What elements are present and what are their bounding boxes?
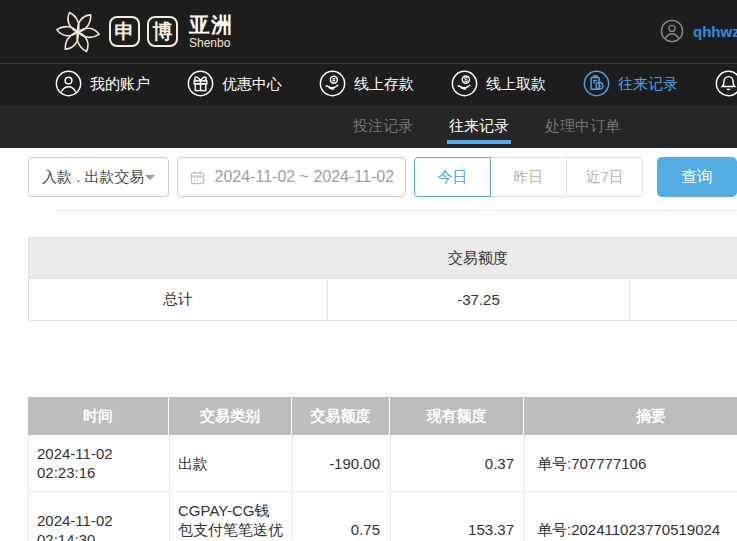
col-header-balance: 现有额度 <box>389 397 523 435</box>
transaction-type-value: 入款 . 出款交易 <box>42 168 145 187</box>
top-header: 申 博 亚洲 Shenbo qhhwz <box>0 0 737 63</box>
nav-label: 我的账户 <box>90 75 150 94</box>
gift-icon <box>187 70 214 100</box>
cell-balance: 153.37 <box>390 492 524 541</box>
logo-subtitle: Shenbo <box>189 37 233 49</box>
deposit-coin-icon <box>319 70 346 100</box>
summary-total-label: 总计 <box>29 279 327 320</box>
nav-label: 优惠中心 <box>222 75 282 94</box>
transfer-records-icon <box>583 70 610 100</box>
nav-item-deposit[interactable]: 线上存款 <box>319 70 414 100</box>
sub-nav: 投注记录 往来记录 处理中订单 <box>0 105 737 148</box>
svg-text:$: $ <box>464 74 468 83</box>
username-link[interactable]: qhhwz <box>693 23 737 40</box>
logo-text: 亚洲 Shenbo <box>189 14 233 49</box>
nav-label: 线上存款 <box>354 75 414 94</box>
today-button[interactable]: 今日 <box>414 157 491 197</box>
nav-label: 往来记录 <box>618 75 678 94</box>
main-nav: 我的账户 优惠中心 线上存款 <box>0 63 737 105</box>
transactions-table-header: 时间 交易类别 交易额度 现有额度 摘要 <box>28 397 737 435</box>
cell-amount: -190.00 <box>292 435 390 491</box>
summary-empty-cell <box>629 279 737 320</box>
nav-label: 线上取款 <box>486 75 546 94</box>
cell-summary: 单号:202411023770519024 <box>524 492 737 541</box>
search-button[interactable]: 查询 <box>657 157 737 197</box>
brand-logo[interactable]: 申 博 亚洲 Shenbo <box>54 8 233 56</box>
table-row: 2024-11-02 02:14:30 CGPAY-CG钱包支付笔笔送优惠 0.… <box>28 492 737 541</box>
nav-item-promotions[interactable]: 优惠中心 <box>187 70 282 100</box>
summary-total-value: -37.25 <box>327 279 629 320</box>
date-range-input[interactable]: 2024-11-02 ~ 2024-11-02 <box>177 157 407 197</box>
chevron-down-icon <box>145 175 155 185</box>
logo-char-shen: 申 <box>109 16 140 47</box>
cell-time: 2024-11-02 02:14:30 <box>29 492 169 541</box>
cell-type: CGPAY-CG钱包支付笔笔送优惠 <box>169 492 292 541</box>
nav-item-withdraw[interactable]: $ 线上取款 <box>451 70 546 100</box>
date-range-value: 2024-11-02 ~ 2024-11-02 <box>215 168 395 186</box>
cell-amount: 0.75 <box>292 492 390 541</box>
summary-table-header: 交易额度 <box>29 238 737 278</box>
tab-bet-records[interactable]: 投注记录 <box>351 105 415 148</box>
logo-region: 亚洲 <box>189 14 233 35</box>
last7days-button[interactable]: 近7日 <box>566 157 643 197</box>
nav-item-my-account[interactable]: 我的账户 <box>55 70 150 100</box>
col-header-time: 时间 <box>28 397 168 435</box>
cell-type: 出款 <box>169 435 292 491</box>
withdraw-coin-icon: $ <box>451 70 478 100</box>
cell-balance: 0.37 <box>390 435 524 491</box>
user-icon <box>55 70 82 100</box>
tab-pending-orders[interactable]: 处理中订单 <box>543 105 622 148</box>
transactions-table: 时间 交易类别 交易额度 现有额度 摘要 2024-11-02 02:23:16… <box>28 397 737 541</box>
flower-logo-icon <box>54 8 102 56</box>
summary-amount-header: 交易额度 <box>327 238 629 278</box>
transaction-type-select[interactable]: 入款 . 出款交易 <box>28 157 169 197</box>
nav-item-messages[interactable]: 信息 <box>715 70 737 100</box>
col-header-amount: 交易额度 <box>291 397 389 435</box>
col-header-summary: 摘要 <box>523 397 737 435</box>
section-divider <box>56 210 737 211</box>
cell-time: 2024-11-02 02:23:16 <box>29 435 169 491</box>
summary-header-spacer <box>29 238 327 278</box>
calendar-icon <box>189 169 206 186</box>
table-row: 2024-11-02 02:23:16 出款 -190.00 0.37 单号:7… <box>28 435 737 492</box>
summary-header-spacer <box>629 238 737 278</box>
nav-item-transfer-records[interactable]: 往来记录 <box>583 70 678 100</box>
user-area: qhhwz <box>660 19 737 43</box>
summary-table: 交易额度 总计 -37.25 <box>28 237 737 321</box>
summary-total-row: 总计 -37.25 <box>29 278 737 320</box>
logo-char-bo: 博 <box>147 16 178 47</box>
yesterday-button[interactable]: 昨日 <box>490 157 567 197</box>
tab-transfer-records[interactable]: 往来记录 <box>447 105 511 148</box>
quick-range-group: 今日 昨日 近7日 <box>414 157 643 197</box>
col-header-type: 交易类别 <box>168 397 291 435</box>
filter-section: 入款 . 出款交易 2024-11-02 ~ 2024-11-02 今日 昨日 … <box>0 148 737 211</box>
cell-summary: 单号:707777106 <box>524 435 737 491</box>
bell-icon <box>715 70 737 100</box>
avatar-icon <box>660 19 684 43</box>
